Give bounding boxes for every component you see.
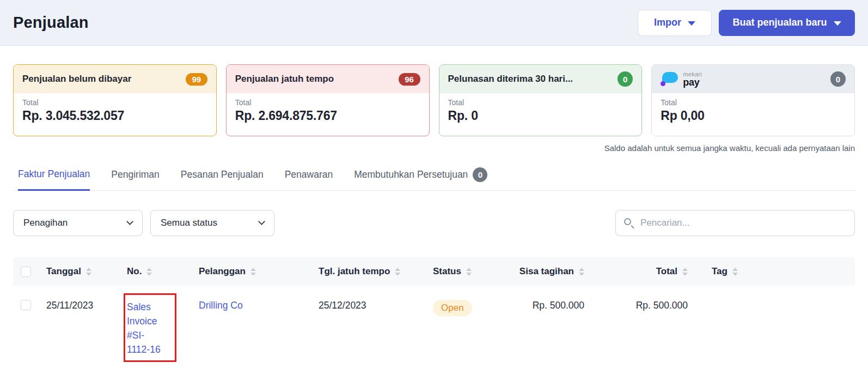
- column-header-tag[interactable]: Tag: [689, 266, 749, 277]
- total-label: Total: [22, 98, 207, 107]
- mekari-logo-small-text: mekari: [683, 71, 702, 77]
- row-checkbox[interactable]: [21, 300, 31, 310]
- summary-cards: Penjualan belum dibayar 99 Total Rp. 3.0…: [13, 64, 855, 136]
- row-status-cell: Open: [427, 300, 498, 316]
- mekari-pay-bubble-icon: [661, 72, 678, 86]
- sort-icon[interactable]: [682, 268, 688, 276]
- card-body: Total Rp 0,00: [652, 93, 854, 123]
- balance-amount: Rp. 500.000: [533, 300, 584, 311]
- billing-type-value: Penagihan: [23, 218, 68, 228]
- tab-label: Pesanan Penjualan: [181, 169, 264, 180]
- count-badge: 96: [399, 73, 420, 86]
- page-header: Penjualan Impor Buat penjualan baru: [0, 0, 868, 46]
- customer-link[interactable]: Drilling Co: [199, 300, 243, 311]
- column-header-total[interactable]: Total: [585, 266, 689, 277]
- total-amount: Rp. 500.000: [636, 300, 688, 311]
- card-body: Total Rp. 0: [439, 93, 642, 123]
- tab-label: Penawaran: [285, 169, 333, 180]
- card-payments-received[interactable]: Pelunasan diterima 30 hari... 0 Total Rp…: [439, 64, 643, 136]
- row-balance-cell: Rp. 500.000: [498, 300, 585, 311]
- card-unpaid-sales[interactable]: Penjualan belum dibayar 99 Total Rp. 3.0…: [13, 64, 217, 136]
- column-header-pelanggan[interactable]: Pelanggan: [193, 266, 313, 277]
- card-body: Total Rp. 3.045.532.057: [14, 93, 216, 123]
- tab-label: Membutuhkan Persetujuan: [354, 169, 468, 180]
- row-total-cell: Rp. 500.000: [585, 300, 689, 311]
- count-badge: 99: [186, 73, 207, 86]
- select-all-cell: [13, 267, 41, 277]
- create-sale-button-label: Buat penjualan baru: [732, 17, 827, 28]
- row-customer-cell: Drilling Co: [193, 300, 313, 311]
- total-label: Total: [235, 98, 420, 107]
- card-header: Pelunasan diterima 30 hari... 0: [439, 65, 642, 93]
- billing-type-dropdown[interactable]: Penagihan: [13, 210, 143, 236]
- card-title: Penjualan jatuh tempo: [235, 74, 334, 85]
- column-header-tgl-jatuh-tempo[interactable]: Tgl. jatuh tempo: [313, 266, 427, 277]
- status-filter-dropdown[interactable]: Semua status: [150, 210, 274, 236]
- column-label: Status: [433, 266, 461, 277]
- search-box[interactable]: [615, 210, 855, 236]
- table-row[interactable]: 25/11/2023 Sales Invoice #SI-1112-16 Dri…: [13, 286, 855, 370]
- column-header-no[interactable]: No.: [121, 266, 193, 277]
- card-overdue-sales[interactable]: Penjualan jatuh tempo 96 Total Rp. 2.694…: [226, 64, 430, 136]
- chevron-down-icon: [126, 218, 133, 225]
- total-amount: Rp. 0: [448, 108, 633, 123]
- column-header-sisa-tagihan[interactable]: Sisa tagihan: [498, 266, 585, 277]
- tab-bar: Faktur Penjualan Pengiriman Pesanan Penj…: [13, 167, 855, 191]
- card-header: Penjualan belum dibayar 99: [14, 65, 216, 93]
- import-button[interactable]: Impor: [638, 10, 712, 36]
- sort-icon[interactable]: [146, 268, 152, 276]
- column-label: Tag: [712, 266, 728, 277]
- create-sale-button[interactable]: Buat penjualan baru: [719, 10, 855, 36]
- filter-bar: Penagihan Semua status: [13, 210, 855, 236]
- mekari-logo-big-text: pay: [683, 77, 702, 87]
- row-due-date-cell: 25/12/2023: [313, 300, 427, 311]
- column-label: Pelanggan: [199, 266, 246, 277]
- search-icon: [624, 218, 634, 228]
- column-header-tanggal[interactable]: Tanggal: [41, 266, 121, 277]
- header-actions: Impor Buat penjualan baru: [638, 10, 855, 36]
- column-label: Total: [656, 266, 677, 277]
- column-header-status[interactable]: Status: [427, 266, 498, 277]
- tab-label: Pengiriman: [111, 169, 160, 180]
- tab-faktur-penjualan[interactable]: Faktur Penjualan: [18, 167, 90, 191]
- column-label: No.: [127, 266, 142, 277]
- due-date: 25/12/2023: [319, 300, 366, 311]
- sort-icon[interactable]: [86, 268, 91, 276]
- sort-icon[interactable]: [579, 268, 584, 276]
- chevron-down-icon: [688, 21, 695, 26]
- sort-icon[interactable]: [732, 268, 738, 276]
- table-header-row: Tanggal No. Pelanggan Tgl. jatuh tempo S…: [13, 257, 855, 286]
- row-select-cell: [13, 300, 41, 310]
- card-title: Penjualan belum dibayar: [22, 74, 131, 85]
- row-number-cell: Sales Invoice #SI-1112-16: [121, 300, 193, 357]
- column-label: Tgl. jatuh tempo: [319, 266, 390, 277]
- count-badge: 0: [618, 71, 633, 87]
- select-all-checkbox[interactable]: [21, 267, 31, 277]
- page-title: Penjualan: [13, 14, 89, 32]
- chevron-down-icon: [834, 21, 841, 26]
- tab-pengiriman[interactable]: Pengiriman: [111, 167, 160, 190]
- tab-pesanan-penjualan[interactable]: Pesanan Penjualan: [181, 167, 264, 190]
- balance-note: Saldo adalah untuk semua jangka waktu, k…: [13, 143, 855, 153]
- invoice-date: 25/11/2023: [46, 300, 93, 311]
- card-body: Total Rp. 2.694.875.767: [227, 93, 429, 123]
- status-filter-value: Semua status: [161, 218, 217, 228]
- tab-count-badge: 0: [473, 167, 487, 182]
- tab-label: Faktur Penjualan: [18, 168, 90, 180]
- sort-icon[interactable]: [395, 268, 400, 276]
- total-label: Total: [448, 98, 633, 107]
- sort-icon[interactable]: [466, 268, 472, 276]
- search-input[interactable]: [640, 218, 847, 228]
- invoice-number-link[interactable]: Sales Invoice #SI-1112-16: [127, 300, 164, 357]
- tab-penawaran[interactable]: Penawaran: [285, 167, 333, 190]
- sort-icon[interactable]: [250, 268, 256, 276]
- card-title: Pelunasan diterima 30 hari...: [448, 74, 573, 85]
- column-label: Sisa tagihan: [519, 266, 574, 277]
- tab-membutuhkan-persetujuan[interactable]: Membutuhkan Persetujuan 0: [354, 167, 487, 190]
- count-badge: 0: [830, 71, 846, 87]
- status-badge: Open: [433, 300, 472, 316]
- total-label: Total: [661, 98, 846, 107]
- column-label: Tanggal: [46, 266, 81, 277]
- invoices-table: Tanggal No. Pelanggan Tgl. jatuh tempo S…: [13, 257, 855, 370]
- card-mekari-pay[interactable]: mekari pay 0 Total Rp 0,00: [651, 64, 855, 136]
